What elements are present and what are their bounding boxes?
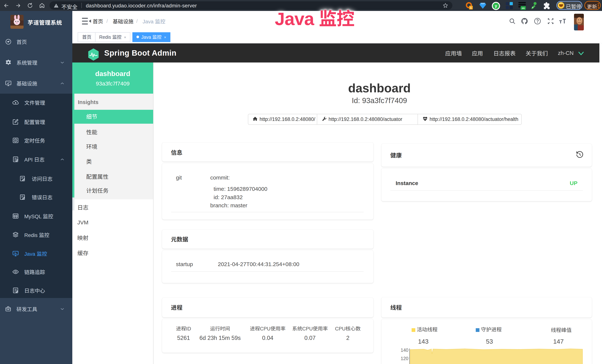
svg-text:y: y bbox=[495, 3, 497, 8]
svg-text:1: 1 bbox=[470, 6, 472, 9]
svg-text:on: on bbox=[522, 7, 525, 10]
